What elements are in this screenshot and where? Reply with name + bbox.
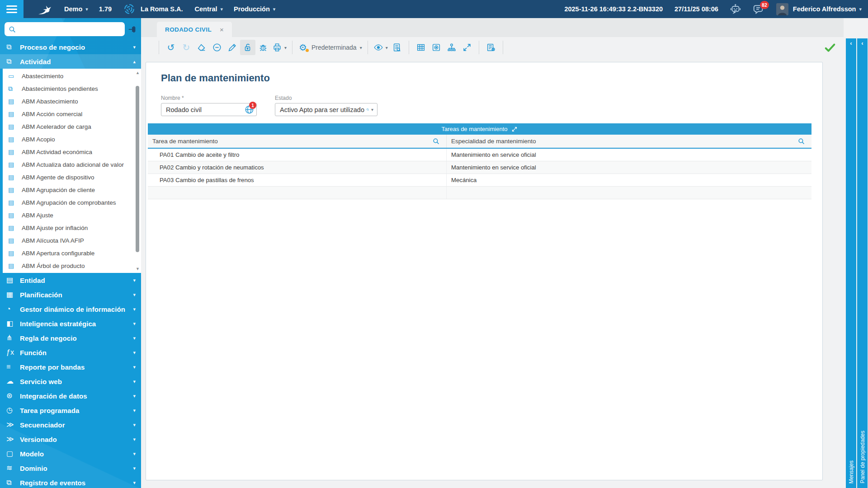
print-button[interactable]: ▾: [271, 40, 288, 55]
submenu-scrollbar[interactable]: ▲ ▼: [135, 70, 141, 272]
submenu-item-abastecimientos-pendientes[interactable]: ⧉ Abastecimientos pendientes: [3, 82, 141, 95]
sidebar-item-registro-de-eventos[interactable]: ⧉ Registro de eventos ▾: [0, 475, 141, 488]
sidebar-item-planificacion[interactable]: ▦ Planificación ▾: [0, 287, 141, 302]
table-row[interactable]: [148, 187, 811, 199]
abm-list-icon: ▤: [8, 174, 22, 180]
table-row[interactable]: PA01 Cambio de aceite y filtro Mantenimi…: [148, 149, 811, 161]
expand-view-button[interactable]: [459, 40, 475, 55]
column-search-icon[interactable]: [432, 137, 440, 145]
globe-translations-icon[interactable]: 1: [244, 104, 255, 115]
environment-selector[interactable]: Demo ▾: [64, 5, 88, 13]
table-row[interactable]: PA02 Cambio y rotación de neumaticos Man…: [148, 161, 811, 174]
submenu-item-abm-arbol-de-producto[interactable]: ▤ ABM Árbol de producto: [3, 259, 141, 272]
messages-chat-icon[interactable]: 82: [752, 3, 764, 15]
submenu-item-abm-agrupacion-de-comprobantes[interactable]: ▤ ABM Agrupación de comprobantes: [3, 196, 141, 209]
submenu-item-abastecimiento[interactable]: ▭ Abastecimiento: [3, 70, 141, 82]
sidebar-item-proceso-de-negocio[interactable]: ⧉ Proceso de negocio ▾: [0, 40, 141, 54]
sidebar-item-entidad[interactable]: ▤ Entidad ▾: [0, 273, 141, 287]
table-row[interactable]: PA03 Cambio de pastillas de frenos Mecán…: [148, 174, 811, 187]
sidebar-item-gestor-dinamico-de-informacion[interactable]: ◔ Gestor dinámico de información ▾: [0, 302, 141, 316]
submenu-item-abm-acopio[interactable]: ▤ ABM Acopio: [3, 133, 141, 145]
sidebar-search-input[interactable]: [19, 25, 121, 33]
top-bar: Demo ▾ 1.79 La Roma S.A. Central ▾ Produ…: [0, 0, 868, 18]
unlock-button[interactable]: [240, 40, 255, 55]
sidebar-item-reporte-por-bandas[interactable]: ≡ Reporte por bandas ▾: [0, 360, 141, 374]
edit-button[interactable]: [225, 40, 240, 55]
lookup-search-icon[interactable]: [366, 105, 369, 114]
sidebar-item-tarea-programada[interactable]: ◷ Tarea programada ▾: [0, 403, 141, 418]
hierarchy-button[interactable]: [444, 40, 459, 55]
clear-button[interactable]: [194, 40, 209, 55]
grid-body: PA01 Cambio de aceite y filtro Mantenimi…: [148, 149, 811, 199]
hamburger-menu-button[interactable]: [0, 0, 24, 18]
scrollbar-thumb[interactable]: [136, 86, 139, 252]
events-icon: ⧉: [6, 479, 20, 486]
redo-button[interactable]: ↻: [179, 40, 194, 55]
sidebar-item-versionado[interactable]: ≫ Versionado ▾: [0, 432, 141, 446]
eraser-icon: [197, 42, 207, 52]
debug-button[interactable]: [255, 40, 271, 55]
version-label: 1.79: [99, 5, 112, 13]
submenu-item-abm-actividad-economica[interactable]: ▤ ABM Actividad económica: [3, 145, 141, 158]
user-name-label: Federico Alfredsson: [793, 5, 856, 13]
branch-selector[interactable]: Central ▾: [195, 5, 223, 13]
assistant-robot-icon[interactable]: [729, 3, 742, 15]
undo-button[interactable]: ↺: [163, 40, 179, 55]
submenu-item-abm-accion-comercial[interactable]: ▤ ABM Acción comercial: [3, 108, 141, 120]
tareas-grid: Tareas de mantenimiento Tarea de manteni…: [148, 123, 811, 199]
bug-icon: [258, 42, 268, 52]
submenu-item-abm-agente-de-dispositivo[interactable]: ▤ ABM Agente de dispositivo: [3, 171, 141, 183]
submenu-item-abm-agrupacion-de-cliente[interactable]: ▤ ABM Agrupación de cliente: [3, 183, 141, 196]
pin-sidebar-icon[interactable]: [127, 24, 137, 34]
submenu-item-abm-abastecimiento[interactable]: ▤ ABM Abastecimiento: [3, 95, 141, 108]
submenu-item-abm-ajuste[interactable]: ▤ ABM Ajuste: [3, 209, 141, 221]
abm-list-icon: ▤: [8, 263, 22, 269]
chevron-down-icon[interactable]: ▾: [371, 107, 373, 112]
sidebar-item-actividad[interactable]: ⧉ Actividad ▴: [0, 54, 141, 69]
scroll-up-arrow-icon[interactable]: ▲: [135, 70, 141, 76]
search-icon: [8, 25, 16, 33]
sidebar-item-modelo[interactable]: ▢ Modelo ▾: [0, 446, 141, 461]
grid-view-button[interactable]: [413, 40, 429, 55]
estado-select[interactable]: Activo Apto para ser utilizado ▾: [275, 103, 377, 116]
abm-list-icon: ▤: [8, 225, 22, 231]
unlock-icon: [243, 42, 253, 52]
chevron-left-icon: ‹: [857, 40, 868, 47]
sidebar-item-inteligencia-estrategica[interactable]: ◧ Inteligencia estratégica ▾: [0, 316, 141, 331]
submenu-item-abm-actualiza-dato-adicional-de-valor[interactable]: ▤ ABM Actualiza dato adicional de valor: [3, 158, 141, 171]
panel-tab-panel-de-propiedades[interactable]: ‹ Panel de propiedades: [857, 38, 868, 488]
sidebar-item-regla-de-negocio[interactable]: ⋔ Regla de negocio ▾: [0, 331, 141, 345]
submenu-item-abm-acelerador-de-carga[interactable]: ▤ ABM Acelerador de carga: [3, 120, 141, 133]
nombre-input[interactable]: [161, 103, 257, 116]
snapshot-button[interactable]: [429, 40, 444, 55]
sidebar-item-secuenciador[interactable]: ≫ Secuenciador ▾: [0, 418, 141, 432]
sidebar-item-servicio-web[interactable]: ☁ Servicio web ▾: [0, 374, 141, 389]
gauge-icon: ◔: [6, 305, 20, 313]
column-search-icon[interactable]: [797, 137, 805, 145]
chevron-down-icon: ▾: [133, 451, 136, 457]
user-menu[interactable]: Federico Alfredsson ▾: [793, 5, 862, 13]
deployment-selector[interactable]: Producción ▾: [234, 5, 275, 13]
submenu-item-abm-alicuota-iva-afip[interactable]: ▤ ABM Alícuota IVA AFIP: [3, 234, 141, 247]
sidebar-item-funcion[interactable]: ƒx Función ▾: [0, 345, 141, 360]
tab-bar: RODADO CIVIL ×: [141, 18, 844, 37]
view-settings-button[interactable]: ⚙ Predeterminada ▾: [297, 40, 363, 55]
nombre-field: Nombre * 1: [161, 95, 257, 116]
submenu-item-abm-ajuste-por-inflacion[interactable]: ▤ ABM Ajuste por inflación: [3, 221, 141, 234]
expand-grid-icon[interactable]: [511, 126, 518, 132]
sidebar-item-integracion-de-datos[interactable]: ⊛ Integración de datos ▾: [0, 389, 141, 403]
preview-button[interactable]: ▾: [372, 40, 389, 55]
tab-close-icon[interactable]: ×: [220, 26, 224, 33]
submenu-item-abm-apertura-configurable[interactable]: ▤ ABM Apertura configurable: [3, 247, 141, 259]
confirm-check-icon[interactable]: [824, 41, 836, 54]
document-search-button[interactable]: [389, 40, 405, 55]
sidebar-item-dominio[interactable]: ≋ Dominio ▾: [0, 461, 141, 475]
sidebar-search-box[interactable]: [5, 22, 125, 36]
user-avatar[interactable]: [776, 3, 788, 15]
sequencer-icon: ≫: [6, 421, 20, 428]
delete-button[interactable]: [209, 40, 225, 55]
audit-log-button[interactable]: [483, 40, 499, 55]
scroll-down-arrow-icon[interactable]: ▼: [135, 266, 141, 272]
panel-tab-mensajes[interactable]: ‹ Mensajes: [846, 38, 856, 488]
tab-rodado-civil[interactable]: RODADO CIVIL ×: [157, 22, 232, 37]
